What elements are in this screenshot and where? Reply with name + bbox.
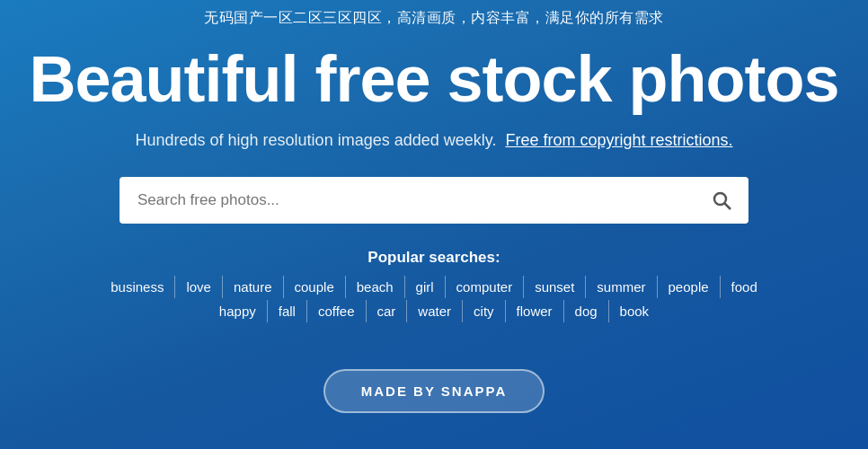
tag-coffee[interactable]: coffee [307,300,367,322]
tag-nature[interactable]: nature [223,276,284,298]
tag-happy[interactable]: happy [208,300,268,322]
search-input[interactable] [120,177,695,224]
svg-line-1 [725,204,731,210]
tag-couple[interactable]: couple [284,276,346,298]
subtitle-link[interactable]: Free from copyright restrictions. [505,131,732,149]
tag-dog[interactable]: dog [564,300,609,322]
banner-text: 无码国产一区二区三区四区，高清画质，内容丰富，满足你的所有需求 [204,10,664,25]
tag-girl[interactable]: girl [405,276,446,298]
search-icon [711,189,732,211]
tags-row-2: happyfallcoffeecarwatercityflowerdogbook [208,300,660,322]
tag-water[interactable]: water [407,300,463,322]
tag-food[interactable]: food [721,276,768,298]
tag-flower[interactable]: flower [506,300,564,322]
tag-fall[interactable]: fall [268,300,307,322]
search-button[interactable] [695,179,748,222]
made-by-snappa-button[interactable]: MADE BY SNAPPA [323,369,545,413]
tag-book[interactable]: book [609,300,660,322]
tags-row-1: businesslovenaturecouplebeachgirlcompute… [100,276,768,298]
tag-people[interactable]: people [658,276,721,298]
svg-point-0 [714,193,726,205]
tag-city[interactable]: city [463,300,506,322]
search-bar [120,177,748,224]
tag-business[interactable]: business [100,276,175,298]
tag-beach[interactable]: beach [346,276,405,298]
main-title: Beautiful free stock photos [29,44,838,115]
tag-summer[interactable]: summer [586,276,657,298]
subtitle-text: Hundreds of high resolution images added… [136,131,497,149]
tag-computer[interactable]: computer [446,276,525,298]
tag-sunset[interactable]: sunset [524,276,586,298]
popular-searches-label: Popular searches: [368,249,500,267]
tag-love[interactable]: love [175,276,223,298]
tag-car[interactable]: car [367,300,408,322]
subtitle: Hundreds of high resolution images added… [136,131,733,150]
top-banner: 无码国产一区二区三区四区，高清画质，内容丰富，满足你的所有需求 [0,0,868,35]
